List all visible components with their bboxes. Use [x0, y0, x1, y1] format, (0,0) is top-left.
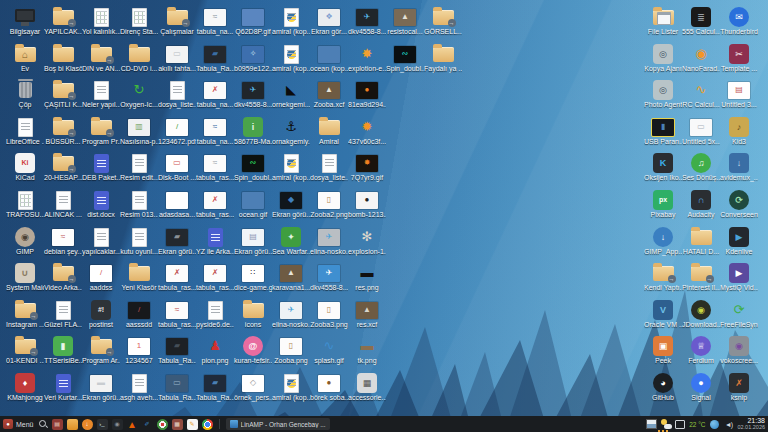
desktop-icon[interactable]: amiral (kop...	[272, 152, 310, 187]
desktop-icon[interactable]: ▲Zooba.xcf	[310, 79, 348, 114]
terminal-icon[interactable]: ›_	[97, 419, 108, 430]
desktop-icon[interactable]: amiral (kop...	[272, 43, 310, 78]
desktop-icon[interactable]: ≈tabula_na...	[196, 6, 234, 41]
desktop-icon[interactable]: ∿splash.gif	[310, 335, 348, 370]
application-menu-button[interactable]: ● Menü	[3, 419, 34, 429]
desktop-icon[interactable]: ✻explosion-1...	[348, 226, 386, 261]
desktop-icon[interactable]: ❖Ekran gör...	[310, 6, 348, 41]
desktop-icon[interactable]: ⟳Converseen	[720, 189, 758, 224]
desktop-icon[interactable]: ▶MystiQ Vid...	[720, 262, 758, 297]
desktop-icon[interactable]: ✈dkv4558-8...	[348, 6, 386, 41]
desktop-icon[interactable]: 11234567	[120, 335, 158, 370]
desktop-icon[interactable]: VOracle VM ...	[644, 299, 682, 334]
desktop-icon[interactable]: ⌂Ev	[6, 43, 44, 78]
desktop-icon[interactable]: ♦KMahjongg	[6, 372, 44, 407]
desktop-icon[interactable]: Direnç Sta...	[120, 6, 158, 41]
desktop-icon[interactable]: kutu oyunl...	[120, 226, 158, 261]
desktop-icon[interactable]: →Program Pr...	[82, 116, 120, 151]
desktop-icon[interactable]: ▲karavana1...	[272, 262, 310, 297]
desktop-icon[interactable]: ∩Audacity	[682, 189, 720, 224]
desktop-icon[interactable]: ocean (kop...	[310, 43, 348, 78]
desktop-icon[interactable]: ✧b0959e122...	[234, 43, 272, 78]
desktop-icon[interactable]: ✈elina-nosko...	[272, 299, 310, 334]
calculator-icon[interactable]: ▦	[172, 419, 183, 430]
desktop-icon[interactable]: ⟳FreeFileSync	[720, 299, 758, 334]
desktop-icon[interactable]: ◉JDownload...	[682, 299, 720, 334]
desktop-icon[interactable]: YZ ile Arka...	[196, 226, 234, 261]
desktop-icon[interactable]: ▥Nasılsına-p...	[120, 116, 158, 151]
desktop-icon[interactable]: ✗tabula_ras...	[158, 262, 196, 297]
display-tray-icon[interactable]	[675, 419, 685, 429]
desktop-icon[interactable]: ◣ornekgemi...	[272, 79, 310, 114]
desktop-icon[interactable]: →GÖRSELL...	[424, 6, 462, 41]
file-manager-icon[interactable]	[67, 419, 78, 430]
desktop-icon[interactable]: ✹437v60c3f...	[348, 116, 386, 151]
desktop-icon[interactable]: ↓GIMP_App...	[644, 226, 682, 261]
desktop-icon[interactable]: ⚓ornakgemiy...	[272, 116, 310, 151]
digital-clock[interactable]: 21:38 02.01.2026	[737, 417, 765, 431]
desktop-icon[interactable]: #!postinst	[82, 299, 120, 334]
desktop-icon[interactable]: ▯Zooba3.png	[310, 299, 348, 334]
desktop-icon[interactable]: File Lister	[644, 6, 682, 41]
desktop-icon[interactable]: ≈tabula_ras...	[158, 299, 196, 334]
desktop-icon[interactable]: Amiral	[310, 116, 348, 151]
desktop-icon[interactable]: ▯Zooba.png	[272, 335, 310, 370]
desktop-icon[interactable]: ▬Ekran görü...	[82, 372, 120, 407]
desktop-icon[interactable]: pyside6.de...	[196, 299, 234, 334]
desktop-icon[interactable]: ✈dkv4558-8...	[234, 79, 272, 114]
text-editor-icon[interactable]: ✎	[187, 419, 198, 430]
desktop-icon[interactable]: ▦accessorie...	[348, 372, 386, 407]
desktop-icon[interactable]: ◎Kopya Ajanı	[644, 43, 682, 78]
desktop-icon[interactable]: ▣Peek	[644, 335, 682, 370]
desktop-icon[interactable]: ◉GIMP	[6, 226, 44, 261]
desktop-icon[interactable]: →Kendi Yaptı...	[644, 262, 682, 297]
desktop-icon[interactable]: i58677B-Ma...	[234, 116, 272, 151]
desktop-icon[interactable]: ◕GitHub	[644, 372, 682, 407]
desktop-icon[interactable]: HATALI D...	[682, 226, 720, 261]
desktop-icon[interactable]: icons	[234, 299, 272, 334]
desktop-icon[interactable]: DEB Paket...	[82, 152, 120, 187]
desktop-icon[interactable]: ▶Kdenlive	[720, 226, 758, 261]
desktop-icon[interactable]: yapılcaklar...	[82, 226, 120, 261]
desktop-icon[interactable]: ▯Zooba2.png	[310, 189, 348, 224]
desktop-icon[interactable]: Veri Kurtar...	[44, 372, 82, 407]
chrome-icon[interactable]	[202, 419, 213, 430]
desktop-icon[interactable]: ✗tabula_ras...	[196, 262, 234, 297]
desktop-icon[interactable]: ●bomb-1213...	[348, 189, 386, 224]
desktop-icon[interactable]: ↓avidemux_...	[720, 152, 758, 187]
desktop-icon[interactable]: LibreOffice ...	[6, 116, 44, 151]
desktop-icon[interactable]: /aasssdd	[120, 299, 158, 334]
taskbar-window-button[interactable]: LinAMP - Orhan Gencebay ...	[226, 418, 330, 430]
editor-icon[interactable]: ✐	[142, 419, 153, 430]
desktop-icon[interactable]: ≈debian şey...	[44, 226, 82, 261]
desktop-icon[interactable]: ocean.gif	[234, 189, 272, 224]
desktop-icon[interactable]: dosya_liste...	[158, 79, 196, 114]
volume-tray-icon[interactable]: ◄)	[723, 419, 733, 429]
desktop-icon[interactable]: pxPixabay	[644, 189, 682, 224]
desktop-icon[interactable]: ∿RC Calcul...	[682, 79, 720, 114]
desktop-icon[interactable]: ●Signal	[682, 372, 720, 407]
desktop-icon[interactable]: Boş bi Klasör	[44, 43, 82, 78]
desktop-icon[interactable]: ◎Photo Agent	[644, 79, 682, 114]
desktop-icon[interactable]: /1234672.pdf	[158, 116, 196, 151]
desktop-icon[interactable]: Q62D8P.gif	[234, 6, 272, 41]
network-tray-icon[interactable]	[709, 419, 719, 429]
desktop-icon[interactable]: ◆Ekran görü...	[272, 189, 310, 224]
temperature-label[interactable]: 22 °C	[689, 421, 705, 428]
desktop-icon[interactable]: ✦Sea Warfar...	[272, 226, 310, 261]
desktop-icon[interactable]: ✗ksnip	[720, 372, 758, 407]
desktop-icon[interactable]: Neler yapıl...	[82, 79, 120, 114]
desktop-icon[interactable]: KiKiCad	[6, 152, 44, 187]
desktop-icon[interactable]: ALINCAK ...	[44, 189, 82, 224]
desktop-icon[interactable]: Resim edit...	[120, 152, 158, 187]
desktop-icon[interactable]: dist.docx	[82, 189, 120, 224]
desktop-icon[interactable]: ✈elina-nosko...	[310, 226, 348, 261]
desktop-icon[interactable]: ✂Template ...	[720, 43, 758, 78]
screenshot-tool-tray-icon[interactable]	[646, 419, 657, 429]
weather-tray-icon[interactable]	[661, 419, 671, 429]
desktop-icon[interactable]: →20-HESAP...	[44, 152, 82, 187]
desktop-icon[interactable]: ▤Untitled 3...	[720, 79, 758, 114]
desktop-icon[interactable]: adasdasa...	[158, 189, 196, 224]
desktop-icon[interactable]: ▰Tabula_Ra...	[196, 372, 234, 407]
desktop-icon[interactable]: ♕Ferdium	[682, 335, 720, 370]
